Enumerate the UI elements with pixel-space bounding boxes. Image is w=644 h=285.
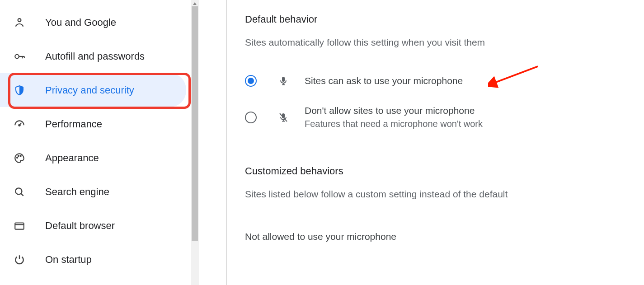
sidebar-item-label: Autofill and passwords [45, 51, 145, 62]
speedometer-icon [14, 118, 25, 130]
main-content: Default behavior Sites automatically fol… [227, 0, 644, 285]
radio-option-block[interactable]: Don't allow sites to use your microphone… [277, 96, 644, 138]
customized-behaviors-desc: Sites listed below follow a custom setti… [245, 189, 644, 200]
palette-icon [14, 152, 25, 164]
key-icon [14, 51, 25, 62]
svg-point-6 [15, 188, 22, 194]
radio-option-block-sublabel: Features that need a microphone won't wo… [305, 119, 483, 129]
svg-point-0 [18, 19, 21, 22]
browser-icon [14, 220, 25, 232]
sidebar-item-search-engine[interactable]: Search engine [0, 175, 186, 209]
sidebar-item-on-startup[interactable]: On startup [0, 243, 186, 276]
shield-icon [14, 84, 25, 96]
sidebar-item-privacy-security[interactable]: Privacy and security [0, 73, 186, 107]
sidebar-item-label: You and Google [45, 17, 116, 28]
svg-point-4 [18, 155, 19, 156]
scroll-up-arrow-icon[interactable] [191, 1, 199, 6]
microphone-off-icon [277, 112, 289, 123]
not-allowed-heading: Not allowed to use your microphone [245, 231, 644, 242]
sidebar-item-autofill[interactable]: Autofill and passwords [0, 39, 186, 73]
sidebar-item-performance[interactable]: Performance [0, 107, 186, 141]
svg-point-2 [19, 124, 20, 126]
default-behavior-desc: Sites automatically follow this setting … [245, 37, 644, 48]
microphone-icon [277, 75, 289, 87]
svg-point-1 [15, 54, 19, 58]
svg-point-5 [20, 155, 21, 156]
search-icon [14, 186, 25, 198]
sidebar-item-you-and-google[interactable]: You and Google [0, 5, 186, 39]
radio-option-ask[interactable]: Sites can ask to use your microphone [245, 66, 644, 96]
person-icon [14, 17, 25, 28]
sidebar-item-label: Privacy and security [45, 84, 134, 96]
sidebar-item-label: Performance [45, 118, 102, 130]
radio-option-block-label: Don't allow sites to use your microphone [305, 105, 483, 116]
customized-behaviors-heading: Customized behaviors [245, 165, 644, 177]
svg-point-3 [17, 157, 18, 158]
default-behavior-heading: Default behavior [245, 14, 644, 25]
radio-button-selected[interactable] [245, 75, 257, 87]
radio-option-ask-label: Sites can ask to use your microphone [305, 75, 463, 86]
svg-rect-7 [15, 223, 24, 229]
sidebar-item-label: Default browser [45, 220, 115, 232]
sidebar-scrollbar[interactable] [191, 0, 199, 285]
radio-button-unselected[interactable] [245, 112, 257, 123]
sidebar-item-label: Appearance [45, 152, 99, 164]
sidebar-item-label: On startup [45, 254, 92, 266]
settings-sidebar: You and Google Autofill and passwords Pr… [0, 0, 191, 285]
sidebar-item-label: Search engine [45, 186, 109, 198]
sidebar-item-default-browser[interactable]: Default browser [0, 209, 186, 243]
power-icon [14, 254, 25, 266]
sidebar-item-appearance[interactable]: Appearance [0, 141, 186, 175]
scrollbar-thumb[interactable] [192, 6, 198, 241]
